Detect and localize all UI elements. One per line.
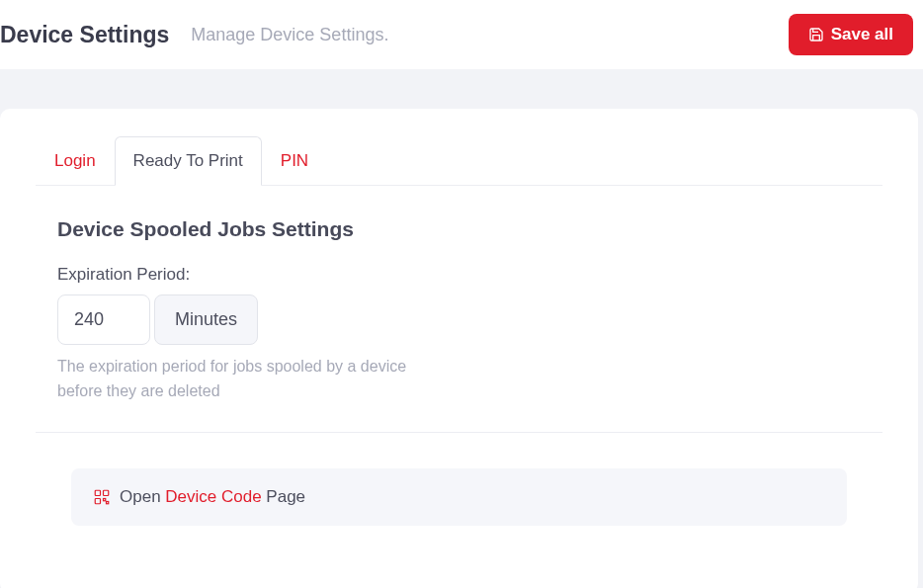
svg-rect-3 <box>104 498 106 500</box>
page-header: Device Settings Manage Device Settings. … <box>0 0 923 69</box>
page-title: Device Settings <box>0 22 169 48</box>
link-prefix: Open <box>120 487 165 506</box>
svg-rect-0 <box>95 490 100 495</box>
save-icon <box>808 27 824 42</box>
link-highlight: Device Code <box>165 487 261 506</box>
save-button-label: Save all <box>831 25 893 44</box>
expiration-help-text: The expiration period for jobs spooled b… <box>57 355 453 404</box>
qr-code-icon <box>93 488 111 506</box>
tab-ready-to-print[interactable]: Ready To Print <box>115 136 262 186</box>
settings-card: Login Ready To Print PIN Device Spooled … <box>0 109 918 588</box>
content-wrapper: Login Ready To Print PIN Device Spooled … <box>0 69 923 588</box>
svg-rect-4 <box>107 501 109 503</box>
expiration-unit: Minutes <box>154 294 258 345</box>
tabs-nav: Login Ready To Print PIN <box>36 136 882 186</box>
svg-rect-2 <box>95 498 100 503</box>
svg-rect-1 <box>104 490 109 495</box>
expiration-form-group: Expiration Period: Minutes The expiratio… <box>36 265 882 433</box>
expiration-input[interactable] <box>57 294 150 345</box>
tab-login[interactable]: Login <box>36 136 115 186</box>
expiration-input-row: Minutes <box>57 294 882 345</box>
device-code-link-text: Open Device Code Page <box>120 487 305 507</box>
link-suffix: Page <box>262 487 305 506</box>
expiration-label: Expiration Period: <box>57 265 882 285</box>
save-all-button[interactable]: Save all <box>789 14 913 55</box>
tab-pin[interactable]: PIN <box>262 136 327 186</box>
section-title: Device Spooled Jobs Settings <box>36 217 882 241</box>
header-left: Device Settings Manage Device Settings. <box>0 22 388 48</box>
device-code-link-card[interactable]: Open Device Code Page <box>71 468 847 526</box>
page-subtitle: Manage Device Settings. <box>191 25 388 45</box>
